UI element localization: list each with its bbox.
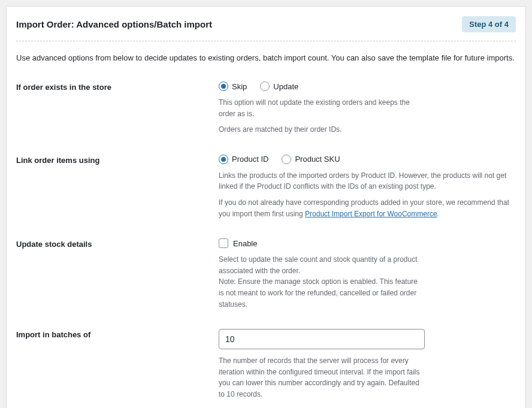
field-link-items: Link order items using Product ID Produc…: [16, 155, 516, 219]
link-items-radio-group: Product ID Product SKU: [219, 155, 516, 164]
import-order-card: Import Order: Advanced options/Batch imp…: [6, 6, 526, 408]
product-import-export-link[interactable]: Product Import Export for WooCommerce: [305, 210, 437, 218]
stock-enable-checkbox[interactable]: [219, 238, 228, 248]
batch-label: Import in batches of: [16, 329, 219, 339]
radio-product-id-label: Product ID: [232, 155, 268, 164]
field-order-exists: If order exists in the store Skip Update…: [16, 81, 516, 135]
radio-update-indicator: [260, 81, 270, 91]
radio-skip[interactable]: Skip: [219, 81, 247, 91]
order-exists-help2: Orders are matched by their order IDs.: [219, 124, 422, 135]
link-items-control: Product ID Product SKU Links the product…: [219, 155, 516, 219]
field-stock-details: Update stock details Enable Select to up…: [16, 238, 516, 310]
field-batch: Import in batches of The number of recor…: [16, 329, 516, 400]
radio-update[interactable]: Update: [260, 81, 298, 91]
radio-product-id-indicator: [219, 155, 228, 164]
order-exists-label: If order exists in the store: [16, 81, 219, 92]
batch-control: The number of records that the server wi…: [219, 329, 516, 400]
link-items-help2-suffix: .: [437, 210, 439, 218]
radio-skip-indicator: [219, 81, 228, 91]
radio-update-label: Update: [273, 82, 298, 91]
batch-input[interactable]: [219, 329, 425, 349]
link-items-label: Link order items using: [16, 155, 219, 165]
stock-enable-checkbox-row: Enable: [219, 238, 516, 248]
link-items-help1: Links the products of the imported order…: [219, 170, 516, 192]
stock-details-label: Update stock details: [16, 238, 219, 249]
card-header: Import Order: Advanced options/Batch imp…: [16, 16, 516, 41]
stock-details-help: Select to update the sale count and stoc…: [219, 254, 422, 310]
order-exists-radio-group: Skip Update: [219, 81, 516, 91]
radio-product-sku-indicator: [282, 155, 291, 164]
batch-help: The number of records that the server wi…: [219, 355, 422, 400]
radio-skip-label: Skip: [232, 82, 247, 91]
stock-enable-label: Enable: [233, 239, 257, 248]
page-title: Import Order: Advanced options/Batch imp…: [16, 19, 212, 29]
step-badge: Step 4 of 4: [462, 16, 516, 32]
radio-product-sku[interactable]: Product SKU: [282, 155, 340, 164]
order-exists-control: Skip Update This option will not update …: [219, 81, 516, 135]
stock-details-control: Enable Select to update the sale count a…: [219, 238, 516, 310]
radio-product-sku-label: Product SKU: [295, 155, 340, 164]
page-description: Use advanced options from below to decid…: [16, 53, 516, 62]
order-exists-help1: This option will not update the existing…: [219, 97, 422, 119]
radio-product-id[interactable]: Product ID: [219, 155, 268, 164]
link-items-help2: If you do not already have corresponding…: [219, 197, 516, 219]
